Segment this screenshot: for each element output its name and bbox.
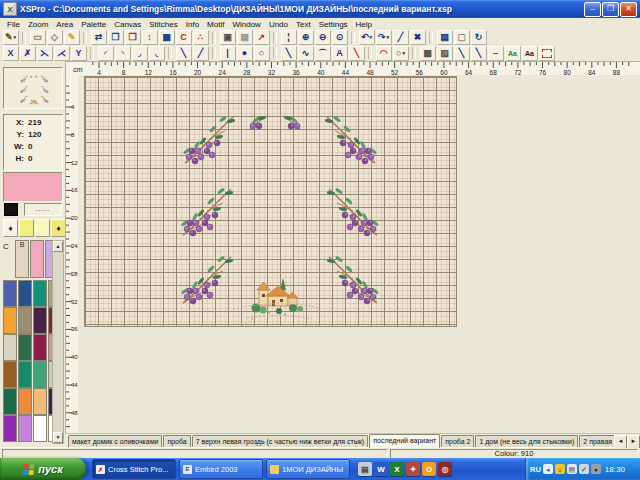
menu-stitches[interactable]: Stitches [145,20,181,29]
palette-swatch[interactable] [3,280,17,307]
curve-tool-icon[interactable]: ◠ [376,46,392,61]
half-stitch-icon[interactable]: Y [71,46,87,61]
close-button[interactable]: ✕ [620,2,637,17]
menu-canvas[interactable]: Canvas [110,20,145,29]
zoom-in-icon[interactable]: ⊕ [298,30,314,45]
menu-palette[interactable]: Palette [77,20,110,29]
tray-icon-check[interactable]: ✔ [579,464,589,474]
highlight-pencil-tool-icon[interactable]: ✎ [64,30,80,45]
dash-style-icon[interactable]: ‒ [488,46,504,61]
taskbar-button[interactable]: 1МОИ ДИЗАЙНЫ [266,459,350,479]
palette-swatch[interactable] [33,388,47,415]
quicklaunch-icon-6[interactable]: ◎ [438,462,452,476]
select-stitches-icon[interactable] [539,46,555,61]
palette-swatch[interactable] [3,415,17,442]
ellipse-tool-icon[interactable]: ○▾ [393,46,409,61]
quicklaunch-icon-3[interactable]: X [390,462,404,476]
zoom-out-icon[interactable]: ⊖ [315,30,331,45]
menu-text[interactable]: Text [292,20,315,29]
black-color-swatch[interactable] [4,203,18,216]
palette-swatch[interactable] [18,361,32,388]
french-knot-open-icon[interactable]: ○ [254,46,270,61]
palette-swatch[interactable] [18,388,32,415]
menu-help[interactable]: Help [352,20,376,29]
menu-area[interactable]: Area [52,20,77,29]
move-points-icon[interactable]: ∴ [193,30,209,45]
palette-swatch[interactable] [33,361,47,388]
special-line-icon[interactable]: ╲ [281,46,297,61]
stitch-canvas[interactable] [84,76,457,327]
tray-icon-round[interactable]: ● [591,464,601,474]
three-quarter-stitch-2-icon[interactable]: ⋋ [37,46,53,61]
palette-swatch[interactable] [18,280,32,307]
paste-motif-icon[interactable]: ❒ [125,30,141,45]
pen-2-icon[interactable]: ╲ [471,46,487,61]
knot-bar-icon[interactable]: | [220,46,236,61]
menu-settings[interactable]: Settings [315,20,352,29]
palette-scroll-up-icon[interactable]: ▲ [53,241,63,252]
pen-1-icon[interactable]: ╲ [454,46,470,61]
quicklaunch-icon-5[interactable]: O [422,462,436,476]
floss-tool-icon[interactable]: ¦ [281,30,297,45]
quarter-stitch-3-icon[interactable]: ◞ [132,46,148,61]
palette-scrollbar[interactable]: ▲ ▼ [52,240,64,444]
palette-swatch[interactable] [18,415,32,442]
yellow-pale-button[interactable] [35,219,50,237]
palette-swatch[interactable] [33,280,47,307]
yellow-bright-button[interactable] [19,219,34,237]
rect-select-tool-icon[interactable]: ▭ [30,30,46,45]
language-indicator[interactable]: RU [530,465,541,474]
zoom-fit-icon[interactable]: ⊙ [332,30,348,45]
copy-motif-icon[interactable]: ❐ [108,30,124,45]
quarter-stitch-4-icon[interactable]: ◟ [149,46,165,61]
text-tool-colored-icon[interactable]: Aa [505,46,521,61]
hatch-pattern-icon[interactable]: ▨ [437,46,453,61]
page-rotate-icon[interactable]: ↻ [471,30,487,45]
pencil-tool-icon[interactable]: ✎▾ [3,30,19,45]
hide-icons-chevron[interactable]: ◂ [543,464,553,474]
tray-icon-doc[interactable]: ▤ [567,464,577,474]
flip-horizontal-icon[interactable]: ⇄ [91,30,107,45]
palette-header-swatch[interactable]: B [15,240,29,278]
quarter-stitch-1-icon[interactable]: ◜ [98,46,114,61]
design-tab-active[interactable]: последний вариант [369,434,440,448]
palette-swatch[interactable] [3,388,17,415]
freehand-select-tool-icon[interactable]: ◇ [47,30,63,45]
pointer-tool-icon[interactable]: ↗ [254,30,270,45]
menu-motif[interactable]: Motif [203,20,228,29]
three-quarter-stitch-3-icon[interactable]: ⋌ [54,46,70,61]
palette-swatch[interactable] [18,307,32,334]
print-icon[interactable]: ▤ [237,30,253,45]
resize-motif-icon[interactable]: ↕ [142,30,158,45]
current-color-swatch[interactable] [3,172,63,202]
erase-icon[interactable]: ✖ [410,30,426,45]
tray-icon-smiley[interactable]: ☺ [555,464,565,474]
dash-style-button[interactable]: ----- [24,203,62,216]
palette-swatch[interactable] [18,334,32,361]
blend-diamond-button[interactable]: ♦ [3,219,18,237]
quicklaunch-icon-4[interactable]: ✦ [406,462,420,476]
menu-window[interactable]: Window [228,20,264,29]
quarter-stitch-2-icon[interactable]: ◝ [115,46,131,61]
special-stitch-a-icon[interactable]: A [332,46,348,61]
full-stitch-icon[interactable]: X [3,46,19,61]
menu-info[interactable]: Info [182,20,203,29]
palette-swatch[interactable] [3,334,17,361]
taskbar-button[interactable]: EEmbird 2003 [179,459,263,479]
palette-swatch[interactable] [33,334,47,361]
palette-scroll-down-icon[interactable]: ▼ [53,432,63,443]
quicklaunch-icon-1[interactable]: ▤ [358,462,372,476]
menu-zoom[interactable]: Zoom [24,20,52,29]
backstitch-left-icon[interactable]: ╲ [176,46,192,61]
fill-pattern-icon[interactable]: ▩ [420,46,436,61]
backstitch-right-icon[interactable]: ╱ [193,46,209,61]
french-knot-filled-icon[interactable]: ● [237,46,253,61]
export-view-icon[interactable]: ▣ [220,30,236,45]
maximize-button[interactable]: ❐ [602,2,619,17]
menu-undo[interactable]: Undo [265,20,292,29]
taskbar-button[interactable]: ✗Cross Stitch Pro... [92,459,176,479]
quicklaunch-icon-2[interactable]: W [374,462,388,476]
three-quarter-stitch-1-icon[interactable]: ✗ [20,46,36,61]
draw-line-icon[interactable]: ╱ [393,30,409,45]
undo-icon[interactable]: ↶▾ [359,30,375,45]
